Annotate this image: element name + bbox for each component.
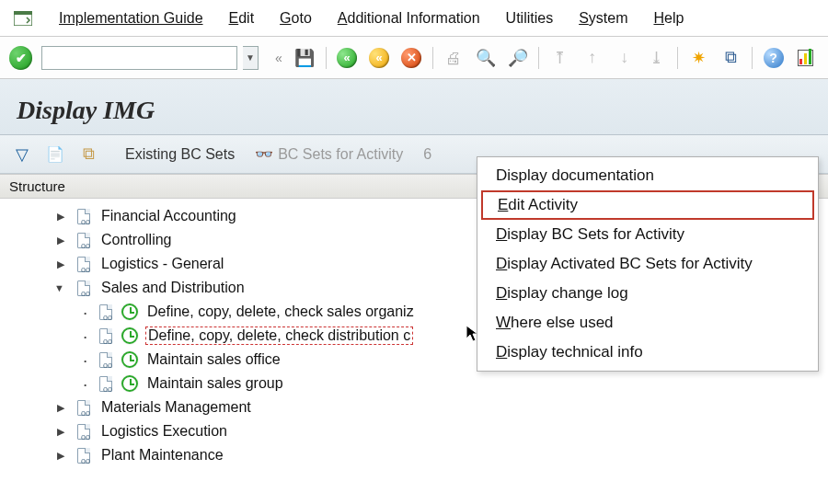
doc-icon: oo [75, 208, 92, 224]
tree-node-plant-maintenance[interactable]: ▶ oo Plant Maintenance [6, 443, 828, 467]
activated-count: 6 [423, 146, 431, 163]
next-page-button[interactable]: ↓ [611, 45, 638, 71]
layout-button[interactable] [792, 45, 819, 71]
enter-button[interactable]: ✔ [9, 46, 32, 70]
ctx-where-else-used[interactable]: Where else used [477, 308, 818, 338]
print-button[interactable]: 🖨 [441, 45, 467, 71]
doc-icon: oo [98, 327, 114, 344]
doc-icon: oo [98, 375, 114, 392]
tree-node-logistics-execution[interactable]: ▶ oo Logistics Execution [6, 419, 828, 443]
cancel-button[interactable]: ✕ [398, 45, 425, 71]
back-button[interactable]: « [334, 45, 361, 71]
execute-icon[interactable] [121, 327, 138, 344]
glasses-icon: 👓 [255, 145, 270, 163]
context-menu: Display documentation Edit Activity Disp… [477, 156, 819, 372]
menu-implementation-guide[interactable]: Implementation Guide [59, 10, 203, 27]
menu-goto[interactable]: Goto [280, 10, 312, 27]
tree-label: Define, copy, delete, check sales organi… [145, 304, 416, 320]
toolbar-separator [432, 47, 433, 69]
find-next-button[interactable]: 🔎 [505, 45, 532, 71]
doc-icon: oo [75, 232, 92, 248]
tree-label: Logistics Execution [99, 423, 229, 440]
command-dropdown[interactable]: ▼ [243, 46, 259, 70]
existing-bc-sets-button[interactable]: Existing BC Sets [125, 146, 235, 163]
doc-icon: oo [98, 304, 114, 320]
tree-label: Maintain sales office [145, 351, 282, 368]
toolbar-separator [752, 47, 753, 69]
find-button[interactable]: 🔍 [473, 45, 500, 71]
save-button[interactable]: 💾 [292, 45, 318, 71]
doc-icon: oo [98, 351, 114, 368]
prev-page-button[interactable]: ↑ [579, 45, 605, 71]
standard-toolbar: ✔ ▼ « 💾 « « ✕ 🖨 🔍 🔎 ⤒ ↑ ↓ ⤓ ✷ ⧉ ? [0, 37, 828, 79]
command-field[interactable] [41, 46, 237, 70]
tree-label: Controlling [99, 232, 173, 248]
add-node-button[interactable]: 📄 [42, 142, 68, 167]
doc-icon: oo [75, 447, 92, 464]
ctx-display-change-log[interactable]: Display change log [477, 279, 818, 308]
tree-label: Materials Management [99, 399, 253, 416]
page-title: Display IMG [0, 79, 828, 135]
doc-icon: oo [75, 280, 92, 296]
last-page-button[interactable]: ⤓ [643, 45, 670, 71]
history-chevrons-icon: « [275, 51, 282, 65]
ctx-edit-activity[interactable]: Edit Activity [481, 190, 814, 220]
doc-icon: oo [75, 256, 92, 272]
toolbar-separator [326, 47, 327, 69]
window-menu-icon[interactable] [13, 8, 33, 29]
tree-label: Plant Maintenance [99, 447, 225, 464]
new-session-button[interactable]: ✷ [685, 45, 712, 71]
svg-rect-1 [14, 11, 32, 15]
first-page-button[interactable]: ⤒ [546, 45, 573, 71]
tree-label: Sales and Distribution [99, 280, 247, 296]
toolbar-separator [538, 47, 539, 69]
help-button[interactable]: ? [760, 45, 787, 71]
menu-bar: Implementation Guide Edit Goto Additiona… [0, 0, 828, 37]
toolbar-separator [677, 47, 678, 69]
menu-system[interactable]: System [579, 10, 627, 27]
create-shortcut-button[interactable]: ⧉ [718, 45, 744, 71]
copy-node-button[interactable]: ⧉ [75, 142, 101, 167]
ctx-display-technical-info[interactable]: Display technical info [477, 338, 818, 367]
tree-label: Maintain sales group [145, 375, 285, 392]
menu-utilities[interactable]: Utilities [506, 10, 554, 27]
ctx-display-bc-sets[interactable]: Display BC Sets for Activity [477, 220, 818, 249]
exit-button[interactable]: « [366, 45, 393, 71]
tree-label: Financial Accounting [99, 208, 238, 224]
execute-icon[interactable] [121, 304, 138, 320]
tree-label: Logistics - General [99, 256, 225, 272]
bc-sets-for-activity-button[interactable]: BC Sets for Activity [278, 146, 403, 163]
tree-label-selected: Define, copy, delete, check distribution… [145, 326, 413, 345]
execute-icon[interactable] [121, 375, 138, 392]
menu-additional-information[interactable]: Additional Information [338, 10, 480, 27]
ctx-display-documentation[interactable]: Display documentation [477, 161, 818, 190]
menu-edit[interactable]: Edit [229, 10, 255, 27]
execute-icon[interactable] [121, 351, 138, 368]
doc-icon: oo [75, 423, 92, 440]
ctx-display-activated-bc-sets[interactable]: Display Activated BC Sets for Activity [477, 249, 818, 279]
menu-help[interactable]: Help [653, 10, 684, 27]
doc-icon: oo [75, 399, 92, 416]
expand-all-button[interactable]: ▽ [9, 142, 35, 167]
tree-node-materials-management[interactable]: ▶ oo Materials Management [6, 395, 828, 419]
tree-node-maintain-sales-group[interactable]: • oo Maintain sales group [6, 372, 828, 395]
